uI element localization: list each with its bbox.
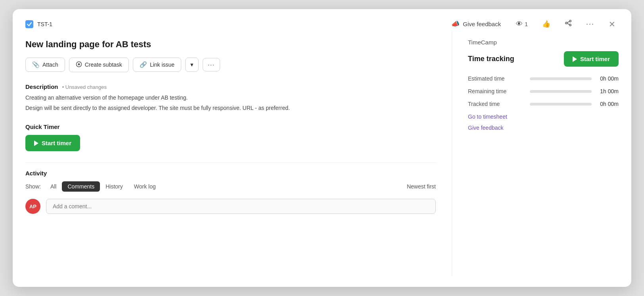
- tracked-time-bar: [530, 103, 592, 106]
- filter-history-button[interactable]: History: [100, 181, 128, 192]
- filter-comments-button[interactable]: Comments: [62, 181, 100, 192]
- time-tracking-title: Time tracking: [468, 55, 514, 63]
- description-section: Description • Unsaved changes Creating a…: [25, 83, 436, 113]
- unsaved-badge: • Unsaved changes: [62, 84, 107, 90]
- eye-icon: 👁: [516, 20, 523, 28]
- link-icon: 🔗: [140, 61, 147, 68]
- show-label: Show:: [25, 183, 41, 190]
- svg-line-3: [567, 21, 569, 23]
- quick-timer-section: Quick Timer Start timer: [25, 123, 436, 151]
- quick-timer-label: Quick Timer: [25, 123, 436, 130]
- link-issue-label: Link issue: [150, 62, 174, 68]
- give-feedback-top-label: Give feedback: [463, 21, 501, 27]
- avatar-initials: AP: [29, 204, 36, 210]
- estimated-time-bar: [530, 77, 592, 80]
- start-timer-sidebar-button[interactable]: Start timer: [564, 51, 619, 67]
- modal-header: TST-1 📣 Give feedback 👁 1 👍: [13, 9, 631, 31]
- start-timer-main-button[interactable]: Start timer: [25, 135, 80, 151]
- start-timer-main-label: Start timer: [42, 140, 71, 146]
- time-rows: Estimated time 0h 00m Remaining time 1h …: [468, 75, 619, 107]
- divider: [25, 162, 436, 163]
- svg-point-1: [565, 22, 567, 24]
- timecamp-label: TimeCamp: [468, 39, 619, 46]
- start-timer-sidebar-label: Start timer: [580, 56, 610, 62]
- time-tracking-header: Time tracking Start timer: [468, 51, 619, 67]
- play-icon: [34, 140, 38, 146]
- header-right: 📣 Give feedback 👁 1 👍: [447, 17, 619, 31]
- sidebar: TimeCamp Time tracking Start timer Estim…: [452, 31, 619, 276]
- tracked-time-value: 0h 00m: [598, 101, 619, 107]
- estimated-time-value: 0h 00m: [598, 75, 619, 82]
- subtask-icon: [76, 61, 82, 69]
- more-options-button[interactable]: ···: [583, 17, 598, 31]
- give-feedback-top-button[interactable]: 📣 Give feedback: [447, 17, 505, 31]
- issue-id: TST-1: [37, 21, 52, 27]
- watch-button[interactable]: 👁 1: [513, 18, 531, 31]
- activity-section: Activity Show: All Comments History Work…: [25, 170, 436, 214]
- activity-label: Activity: [25, 170, 436, 177]
- close-button[interactable]: ✕: [606, 18, 619, 31]
- create-subtask-label: Create subtask: [85, 62, 122, 68]
- megaphone-icon: 📣: [451, 20, 460, 28]
- comment-input[interactable]: [46, 199, 436, 214]
- close-icon: ✕: [609, 20, 615, 29]
- description-line2: Design will be sent directly to the assi…: [25, 104, 436, 112]
- sidebar-links: Go to timesheet Give feedback: [468, 113, 619, 131]
- more-actions-icon: ···: [208, 62, 215, 68]
- svg-point-6: [78, 63, 80, 65]
- description-label: Description • Unsaved changes: [25, 83, 436, 90]
- estimated-time-label: Estimated time: [468, 75, 523, 82]
- main-content: New landing page for AB tests 📎 Attach C…: [25, 31, 452, 276]
- like-button[interactable]: 👍: [539, 17, 554, 31]
- attach-label: Attach: [42, 62, 58, 68]
- svg-line-4: [567, 23, 569, 25]
- go-to-timesheet-link[interactable]: Go to timesheet: [468, 113, 619, 120]
- header-left: TST-1: [25, 20, 52, 28]
- sort-newest-button[interactable]: Newest first: [407, 183, 436, 190]
- activity-filters: Show: All Comments History Work log Newe…: [25, 181, 436, 192]
- filter-worklog-button[interactable]: Work log: [128, 181, 161, 192]
- link-issue-button[interactable]: 🔗 Link issue: [133, 58, 181, 72]
- filter-all-button[interactable]: All: [45, 181, 62, 192]
- chevron-down-button[interactable]: ▾: [185, 58, 199, 72]
- share-icon: [565, 19, 572, 29]
- modal-container: TST-1 📣 Give feedback 👁 1 👍: [13, 9, 631, 287]
- estimated-time-row: Estimated time 0h 00m: [468, 75, 619, 82]
- watch-count: 1: [525, 21, 528, 27]
- more-actions-button[interactable]: ···: [203, 58, 220, 71]
- share-button[interactable]: [562, 17, 575, 31]
- sort-label: Newest first: [407, 183, 436, 190]
- more-dots-icon: ···: [586, 20, 594, 28]
- comment-row: AP: [25, 199, 436, 214]
- attach-button[interactable]: 📎 Attach: [25, 58, 65, 72]
- remaining-time-label: Remaining time: [468, 88, 523, 94]
- attach-icon: 📎: [32, 61, 40, 68]
- create-subtask-button[interactable]: Create subtask: [69, 58, 129, 72]
- remaining-time-bar: [530, 90, 592, 93]
- modal-body: New landing page for AB tests 📎 Attach C…: [13, 31, 631, 287]
- avatar: AP: [25, 199, 40, 214]
- description-line1: Creating an alternative version of the h…: [25, 93, 436, 102]
- give-feedback-sidebar-link[interactable]: Give feedback: [468, 125, 619, 131]
- tracked-time-label: Tracked time: [468, 101, 523, 107]
- thumbup-icon: 👍: [542, 20, 550, 28]
- tracked-time-row: Tracked time 0h 00m: [468, 101, 619, 107]
- remaining-time-value: 1h 00m: [598, 88, 619, 94]
- remaining-time-row: Remaining time 1h 00m: [468, 88, 619, 94]
- svg-point-2: [569, 24, 571, 26]
- issue-title: New landing page for AB tests: [25, 39, 436, 50]
- action-buttons-row: 📎 Attach Create subtask 🔗 Link issue: [25, 58, 436, 72]
- play-icon-sidebar: [573, 56, 577, 62]
- issue-checkbox-icon: [25, 20, 33, 28]
- svg-point-0: [569, 20, 571, 22]
- chevron-down-icon: ▾: [190, 61, 194, 68]
